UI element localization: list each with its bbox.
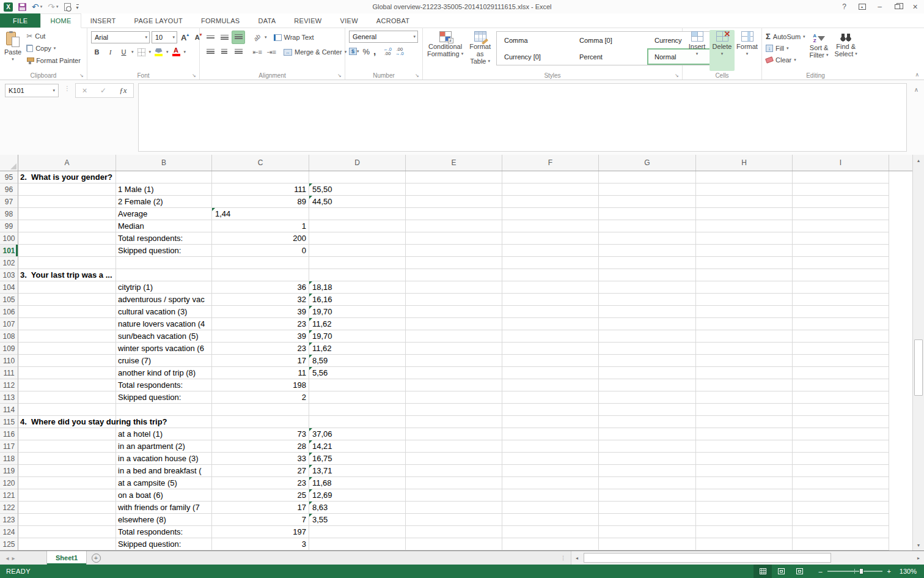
name-box[interactable]: K101 ▾ xyxy=(5,84,59,97)
cell-G116[interactable] xyxy=(599,428,696,440)
borders-button[interactable] xyxy=(136,46,147,58)
cell-B105[interactable]: adventurous / sporty vac xyxy=(116,294,212,306)
cell-C105[interactable]: 32 xyxy=(212,294,309,306)
cell-A109[interactable] xyxy=(18,343,116,355)
cell-H115[interactable] xyxy=(696,416,793,428)
cell-A95[interactable]: 2. What is your gender? xyxy=(18,171,116,183)
page-break-view-button[interactable] xyxy=(790,565,809,578)
scroll-up-icon[interactable]: ▴ xyxy=(913,155,924,166)
cell-B118[interactable]: in a vacation house (3) xyxy=(116,453,212,465)
cell-E98[interactable] xyxy=(406,208,502,220)
row-header-109[interactable]: 109 xyxy=(0,343,18,355)
cell-B107[interactable]: nature lovers vacation (4 xyxy=(116,318,212,330)
cell-B117[interactable]: in an apartment (2) xyxy=(116,440,212,453)
cell-I107[interactable] xyxy=(793,318,889,330)
cell-I103[interactable] xyxy=(793,269,889,281)
column-header-E[interactable]: E xyxy=(406,155,502,171)
paste-dropdown-icon[interactable]: ▾ xyxy=(12,56,14,63)
cell-B96[interactable]: 1 Male (1) xyxy=(116,183,212,196)
vertical-scrollbar-thumb[interactable] xyxy=(914,339,923,396)
tab-data[interactable]: DATA xyxy=(249,13,285,28)
row-header-123[interactable]: 123 xyxy=(0,514,18,526)
cell-B98[interactable]: Average xyxy=(116,208,212,220)
row-header-101[interactable]: 101 xyxy=(0,245,18,257)
collapse-ribbon-icon[interactable]: ∧ xyxy=(915,72,919,78)
cell-D124[interactable] xyxy=(309,526,406,538)
cell-D106[interactable]: 19,70 xyxy=(309,306,406,318)
cell-B123[interactable]: elsewhere (8) xyxy=(116,514,212,526)
cell-D118[interactable]: 16,75 xyxy=(309,453,406,465)
cell-I101[interactable] xyxy=(793,245,889,257)
cell-H124[interactable] xyxy=(696,526,793,538)
cell-D102[interactable] xyxy=(309,257,406,269)
cell-G115[interactable] xyxy=(599,416,696,428)
cell-B106[interactable]: cultural vacation (3) xyxy=(116,306,212,318)
cell-D96[interactable]: 55,50 xyxy=(309,183,406,196)
cell-G95[interactable] xyxy=(599,171,696,183)
undo-icon[interactable]: ↶ xyxy=(32,3,39,10)
cell-D112[interactable] xyxy=(309,379,406,391)
cell-A103[interactable]: 3. Your last trip was a ... xyxy=(18,269,116,281)
cell-F106[interactable] xyxy=(502,306,599,318)
tab-review[interactable]: REVIEW xyxy=(285,13,331,28)
cell-H114[interactable] xyxy=(696,404,793,416)
row-header-106[interactable]: 106 xyxy=(0,306,18,318)
customize-qat-icon[interactable]: ▾ xyxy=(76,4,79,10)
cell-B102[interactable] xyxy=(116,257,212,269)
cell-E109[interactable] xyxy=(406,343,502,355)
clipboard-dialog-launcher[interactable]: ↘ xyxy=(79,73,85,78)
zoom-out-icon[interactable]: – xyxy=(818,568,822,575)
cell-G102[interactable] xyxy=(599,257,696,269)
cell-H125[interactable] xyxy=(696,538,793,550)
undo-button[interactable]: ↶ ▾ xyxy=(32,3,42,10)
zoom-in-icon[interactable]: + xyxy=(887,568,891,575)
tab-insert[interactable]: INSERT xyxy=(81,13,125,28)
cell-H119[interactable] xyxy=(696,465,793,477)
row-header-118[interactable]: 118 xyxy=(0,453,18,465)
cell-F95[interactable] xyxy=(502,171,599,183)
cell-E121[interactable] xyxy=(406,489,502,502)
row-header-100[interactable]: 100 xyxy=(0,232,18,245)
sheet-tab-sheet1[interactable]: Sheet1 xyxy=(46,551,87,565)
cell-D113[interactable] xyxy=(309,391,406,404)
cell-G108[interactable] xyxy=(599,330,696,343)
cancel-icon[interactable]: × xyxy=(82,86,87,95)
clear-button[interactable]: Clear ▾ xyxy=(766,54,805,65)
cell-E100[interactable] xyxy=(406,232,502,245)
row-header-97[interactable]: 97 xyxy=(0,196,18,208)
cell-H120[interactable] xyxy=(696,477,793,489)
cell-C114[interactable] xyxy=(212,404,309,416)
cell-G121[interactable] xyxy=(599,489,696,502)
cell-A120[interactable] xyxy=(18,477,116,489)
cell-C110[interactable]: 17 xyxy=(212,355,309,367)
cell-H98[interactable] xyxy=(696,208,793,220)
cell-B122[interactable]: with friends or family (7 xyxy=(116,502,212,514)
cell-C102[interactable] xyxy=(212,257,309,269)
restore-button[interactable] xyxy=(889,0,906,13)
enter-icon[interactable]: ✓ xyxy=(100,86,106,95)
row-header-124[interactable]: 124 xyxy=(0,526,18,538)
cell-H117[interactable] xyxy=(696,440,793,453)
cell-H113[interactable] xyxy=(696,391,793,404)
cell-B109[interactable]: winter sports vacation (6 xyxy=(116,343,212,355)
decrease-indent-button[interactable]: ⇤≡ xyxy=(251,45,264,59)
cell-G117[interactable] xyxy=(599,440,696,453)
zoom-slider[interactable] xyxy=(827,571,882,572)
cell-A123[interactable] xyxy=(18,514,116,526)
number-dialog-launcher[interactable]: ↘ xyxy=(415,73,420,78)
save-icon[interactable] xyxy=(18,3,26,11)
row-header-95[interactable]: 95 xyxy=(0,171,18,183)
cell-B112[interactable]: Total respondents: xyxy=(116,379,212,391)
bold-button[interactable]: B xyxy=(91,46,103,58)
align-right-button[interactable] xyxy=(232,45,245,59)
cell-A111[interactable] xyxy=(18,367,116,379)
cell-A110[interactable] xyxy=(18,355,116,367)
cell-C103[interactable] xyxy=(212,269,309,281)
name-box-dropdown-icon[interactable]: ▾ xyxy=(53,88,55,93)
autosum-button[interactable]: Σ AutoSum ▾ xyxy=(766,31,805,42)
cell-B114[interactable] xyxy=(116,404,212,416)
format-painter-button[interactable]: Format Painter xyxy=(24,54,82,67)
cell-H106[interactable] xyxy=(696,306,793,318)
cell-H121[interactable] xyxy=(696,489,793,502)
cell-D109[interactable]: 11,62 xyxy=(309,343,406,355)
